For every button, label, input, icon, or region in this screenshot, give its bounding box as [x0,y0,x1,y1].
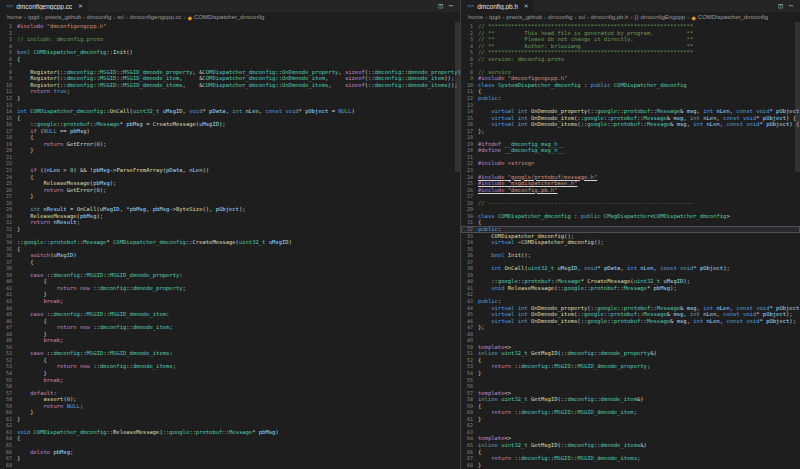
editor-actions: ◫ ⋯ [432,0,460,12]
chevron-right-icon: › [83,14,85,20]
cpp-file-icon: <> [6,3,13,9]
code-text: bool Init(); [478,252,531,259]
breadcrumb-item[interactable]: dmconfig.pb.h [591,14,629,20]
close-icon[interactable]: × [524,3,528,10]
code-editor-right[interactable]: 1// ************************************… [461,22,800,469]
code-text: int OnCall(uint32_t uMsgID, void* pData,… [478,265,730,272]
breadcrumb-item[interactable]: home [7,14,22,20]
editor-group-right: <> dmconfig.pb.h × ◫ ⋯ home›tpgit›precis… [461,0,800,469]
chevron-right-icon: › [183,14,185,20]
code-text: // version: dmconfig.proto [478,56,564,63]
more-actions-icon[interactable]: ⋯ [789,2,793,10]
code-line[interactable]: 68 [0,462,460,469]
code-text: #include "dmconfig.pb.h" [478,187,557,194]
code-line[interactable]: 16 virtual int OnDmnode_items(::google::… [461,121,800,128]
vertical-scrollbar[interactable] [455,22,460,469]
code-text: return true; [17,88,70,95]
code-text: // -------------------------------------… [478,200,693,207]
chevron-right-icon: › [41,14,43,20]
code-text: return nResult; [17,219,80,226]
cpp-header-file-icon: <> [467,3,474,9]
code-line[interactable]: 68} [461,462,800,469]
tab-label: dmconfig.pb.h [477,3,518,10]
scrollbar-thumb[interactable] [455,22,460,172]
code-text: Register(::dmconfig::MSGID::MSGID_dmnode… [17,82,458,89]
code-text: break; [17,337,63,344]
vertical-scrollbar[interactable] [795,22,800,469]
chevron-right-icon: › [485,14,487,20]
split-editor-icon[interactable]: ◫ [779,2,783,10]
breadcrumb-item[interactable]: precis_github [45,14,81,20]
breadcrumb-item[interactable]: dmconfig [548,14,572,20]
tab-bar-left: <> dmconfigengcpp.cc × ◫ ⋯ [0,0,460,12]
chevron-right-icon: › [630,14,632,20]
chevron-right-icon: › [544,14,546,20]
chevron-right-icon: › [574,14,576,20]
code-text: inline uint32_t GetMsgID(::dmconfig::dmn… [478,442,647,449]
symbol-class-icon: ◆ [187,14,192,21]
code-text: #include "dmconfigengcpp.h" [17,23,106,30]
breadcrumb-item[interactable]: tpgit [28,14,39,20]
more-actions-icon[interactable]: ⋯ [449,2,453,10]
code-text: int COMDispatcher_dmconfig::OnCall(uint3… [17,108,355,115]
chevron-right-icon: › [24,14,26,20]
scrollbar-thumb[interactable] [795,22,800,172]
code-text: bool COMDispatcher_dmconfig::Init() [17,49,133,56]
editor-group-left: <> dmconfigengcpp.cc × ◫ ⋯ home›tpgit›pr… [0,0,461,469]
breadcrumb-item[interactable]: tol [117,14,123,20]
breadcrumb-left: home›tpgit›precis_github›dmconfig›tol›dm… [0,12,460,22]
symbol-namespace-icon: {} [634,14,638,20]
code-text: void ReleaseMessage(::google::protobuf::… [478,285,677,292]
code-text: ::google::protobuf::Message* COMDispatch… [17,239,292,246]
breadcrumb-symbol[interactable]: dmconfigEngcpp [640,14,685,20]
editor-actions: ◫ ⋯ [772,0,800,12]
code-text: virtual ~COMDispatcher_dmconfig(); [478,239,604,246]
breadcrumb-item[interactable]: tol [578,14,584,20]
chevron-right-icon: › [587,14,589,20]
breadcrumb-symbol[interactable]: COMDispatcher_dmconfig [194,14,264,20]
code-text: void COMDispatcher_dmconfig::ReleaseMess… [17,429,279,436]
chevron-right-icon: › [126,14,128,20]
tab-label: dmconfigengcpp.cc [16,3,72,10]
chevron-right-icon: › [687,14,689,20]
close-icon[interactable]: × [78,3,82,10]
breadcrumb-item[interactable]: dmconfigengcpp.cc [130,14,182,20]
code-line[interactable]: 46 virtual int OnDmnode_items(::google::… [461,318,800,325]
code-editor-left[interactable]: 1#include "dmconfigengcpp.h"2 3// includ… [0,22,460,469]
line-number[interactable]: 68 [0,462,17,469]
symbol-class-icon: ◆ [691,14,696,21]
code-text: if ((nLen > 0) && !pbMsg->ParseFromArray… [17,167,209,174]
code-text: class COMDispatcher_dmconfig : public CM… [478,213,730,220]
tab-dmconfig-pb-h[interactable]: <> dmconfig.pb.h × [461,0,534,12]
breadcrumb-item[interactable]: home [468,14,483,20]
code-text: public: [478,95,501,102]
chevron-right-icon: › [502,14,504,20]
editor-workbench: <> dmconfigengcpp.cc × ◫ ⋯ home›tpgit›pr… [0,0,800,469]
code-text: virtual int OnDmnode_items(::google::pro… [478,318,796,325]
code-text: inline uint32_t GetMsgID(::dmconfig::dmn… [478,396,644,403]
code-text: break; [17,298,63,305]
code-text: return ::dmconfig::MSGID::MSGID_dmnode_i… [478,409,637,416]
code-text: delete pbMsg; [17,449,73,456]
code-text: // include: dmconfig.proto [17,36,103,43]
split-editor-icon[interactable]: ◫ [439,2,443,10]
code-text: #include <string> [478,160,534,167]
breadcrumb-item[interactable]: dmconfig [87,14,111,20]
code-text [17,462,20,469]
breadcrumb-right: home›tpgit›precis_github›dmconfig›tol›dm… [461,12,800,22]
tab-bar-right: <> dmconfig.pb.h × ◫ ⋯ [461,0,800,12]
chevron-right-icon: › [113,14,115,20]
breadcrumb-symbol[interactable]: COMDispatcher_dmconfig [698,14,768,20]
code-text: #define __dmconfig_msg_h__ [478,147,564,154]
code-text: virtual int OnDmnode_items(::google::pro… [478,121,800,128]
breadcrumb-item[interactable]: tpgit [489,14,500,20]
code-text: return ::dmconfig::MSGID::MSGID_dmnode_i… [478,455,640,462]
tab-dmconfigengcpp-cc[interactable]: <> dmconfigengcpp.cc × [0,0,88,12]
code-text: } [478,462,481,469]
code-text: class SystemDispatcher_dmconfig : public… [478,82,687,89]
line-number[interactable]: 68 [461,462,478,469]
code-text: return ::dmconfig::MSGID::MSGID_dmnode_p… [478,363,650,370]
code-text: inline uint32_t GetMsgID(::dmconfig::dmn… [478,350,657,357]
breadcrumb-item[interactable]: precis_github [506,14,542,20]
code-text: break; [17,377,63,384]
